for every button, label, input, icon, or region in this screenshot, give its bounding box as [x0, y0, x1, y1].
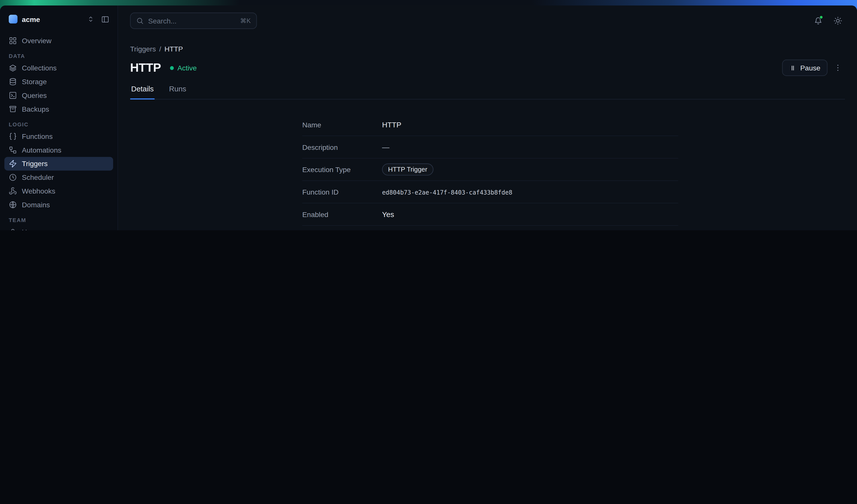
details-list: NameHTTPDescription—Execution TypeHTTP T… — [302, 114, 678, 230]
detail-label: Description — [302, 143, 382, 151]
detail-row-enabled: EnabledYes — [302, 203, 678, 226]
topbar: ⌘K — [118, 5, 857, 36]
detail-value: HTTP — [382, 121, 401, 129]
detail-value: — — [382, 143, 389, 151]
sidebar-item-label: Domains — [22, 201, 50, 209]
sidebar-item-label: Users — [22, 228, 40, 230]
panel-left-icon — [101, 15, 109, 23]
sidebar-item-domains[interactable]: Domains — [4, 198, 113, 212]
sidebar-item-automations[interactable]: Automations — [4, 143, 113, 157]
detail-row-function-id: Function IDed804b73-e2ae-417f-8403-caf43… — [302, 181, 678, 203]
sidebar-item-label: Backups — [22, 105, 49, 113]
breadcrumb-section[interactable]: Triggers — [130, 45, 156, 53]
sidebar-section-header-team: TEAM — [4, 212, 113, 225]
breadcrumb: Triggers / HTTP — [130, 45, 845, 53]
search-box[interactable]: ⌘K — [130, 13, 257, 29]
sidebar-section: DATACollectionsStorageQueriesBackups — [4, 48, 113, 116]
database-icon — [9, 78, 17, 86]
sidebar-item-storage[interactable]: Storage — [4, 75, 113, 89]
status-badge: Active — [170, 64, 197, 72]
workspace-logo-icon — [9, 15, 17, 23]
main-area: ⌘K Triggers / HTTP HTTP Active — [118, 5, 857, 230]
sidebar-item-queries[interactable]: Queries — [4, 89, 113, 102]
detail-label: Enabled — [302, 210, 382, 219]
grid-icon — [9, 37, 17, 45]
sidebar-item-label: Queries — [22, 91, 47, 100]
workspace-switcher[interactable]: acme — [0, 5, 118, 33]
detail-value: http://api.centrali.localhost/data/works… — [382, 230, 657, 230]
search-shortcut: ⌘K — [240, 17, 251, 25]
workspace-name: acme — [22, 15, 40, 23]
sidebar-item-scheduler[interactable]: Scheduler — [4, 171, 113, 184]
ellipsis-v-icon — [834, 64, 842, 72]
workspace-select-button[interactable] — [84, 12, 98, 26]
detail-value: ed804b73-e2ae-417f-8403-caf433b8fde8 — [382, 189, 512, 196]
detail-row-description: Description— — [302, 136, 678, 158]
details-panel: NameHTTPDescription—Execution TypeHTTP T… — [302, 114, 678, 230]
sidebar-nav: OverviewDATACollectionsStorageQueriesBac… — [0, 33, 118, 230]
search-icon — [136, 17, 144, 25]
sidebar-item-backups[interactable]: Backups — [4, 102, 113, 116]
sidebar-item-label: Scheduler — [22, 173, 54, 182]
terminal-icon — [9, 91, 17, 100]
status-label: Active — [177, 64, 197, 72]
search-input[interactable] — [148, 17, 236, 25]
sidebar-item-overview[interactable]: Overview — [4, 34, 113, 48]
detail-label: Name — [302, 121, 382, 129]
tab-runs[interactable]: Runs — [168, 85, 187, 99]
workflow-icon — [9, 146, 17, 154]
globe-icon — [9, 201, 17, 209]
chevrons-up-down-icon — [87, 15, 95, 23]
zap-icon — [9, 159, 17, 168]
status-dot-icon — [170, 66, 173, 70]
sidebar-item-triggers[interactable]: Triggers — [4, 157, 113, 171]
sidebar-section: TEAMUsersGroupsRoles — [4, 212, 113, 230]
detail-row-name: NameHTTP — [302, 114, 678, 136]
pause-icon — [789, 64, 796, 71]
sidebar-item-label: Webhooks — [22, 187, 55, 195]
sidebar-item-label: Collections — [22, 64, 57, 72]
notifications-button[interactable] — [811, 14, 825, 28]
tab-bar: DetailsRuns — [130, 85, 845, 99]
sidebar-section-header-logic: LOGIC — [4, 116, 113, 130]
sidebar-item-webhooks[interactable]: Webhooks — [4, 184, 113, 198]
user-icon — [9, 228, 17, 230]
webhook-icon — [9, 187, 17, 195]
pause-icon — [789, 64, 796, 71]
sidebar-collapse-button[interactable] — [98, 12, 112, 26]
detail-label: Execution Type — [302, 165, 382, 173]
sidebar-item-collections[interactable]: Collections — [4, 61, 113, 75]
detail-row-execution-type: Execution TypeHTTP Trigger — [302, 158, 678, 181]
more-actions-button[interactable] — [831, 61, 845, 75]
notification-badge — [819, 15, 823, 19]
sidebar: acme OverviewDATACollectionsStorageQueri… — [0, 5, 118, 230]
clock-icon — [9, 173, 17, 182]
pause-button[interactable]: Pause — [782, 60, 827, 76]
title-row: HTTP Active Pause — [130, 60, 845, 76]
sidebar-item-label: Functions — [22, 132, 53, 140]
sidebar-section-header-data: DATA — [4, 48, 113, 61]
layers-icon — [9, 64, 17, 72]
archive-icon — [9, 105, 17, 113]
detail-label: Function ID — [302, 188, 382, 196]
page-content: Triggers / HTTP HTTP Active Pause — [118, 36, 857, 230]
execution-type-badge: HTTP Trigger — [382, 163, 433, 175]
sidebar-item-users[interactable]: Users — [4, 225, 113, 230]
sidebar-item-functions[interactable]: Functions — [4, 130, 113, 144]
braces-icon — [9, 132, 17, 140]
app-shell: acme OverviewDATACollectionsStorageQueri… — [0, 5, 857, 230]
pause-label: Pause — [800, 64, 821, 72]
sidebar-item-label: Triggers — [22, 159, 48, 168]
search-icon — [136, 17, 144, 25]
detail-row-http-trigger-url: HTTP Trigger URLhttp://api.centrali.loca… — [302, 226, 678, 230]
sidebar-item-label: Overview — [22, 37, 52, 45]
sun-icon — [834, 16, 842, 25]
breadcrumb-current: HTTP — [164, 45, 183, 53]
theme-toggle-button[interactable] — [831, 14, 845, 28]
sidebar-item-label: Storage — [22, 78, 47, 86]
page-title: HTTP — [130, 61, 161, 75]
tab-details[interactable]: Details — [130, 85, 155, 99]
sidebar-section: LOGICFunctionsAutomationsTriggersSchedul… — [4, 116, 113, 212]
app-root: acme OverviewDATACollectionsStorageQueri… — [0, 0, 857, 230]
breadcrumb-separator: / — [159, 45, 161, 53]
